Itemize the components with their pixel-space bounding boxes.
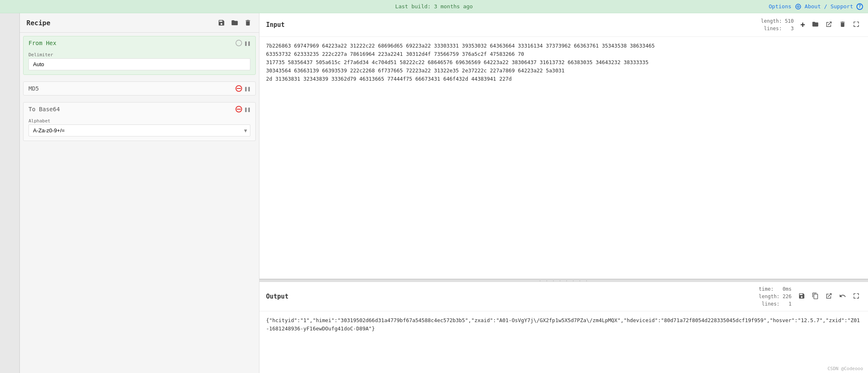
recipe-header-icons [217, 18, 252, 27]
to-base64-title: To Base64 [29, 106, 60, 112]
about-support-label[interactable]: About / Support [805, 3, 853, 10]
md5-operation: MD5 ❚❚ [23, 81, 256, 96]
recipe-panel: Recipe [20, 13, 259, 373]
from-hex-title: From Hex [29, 40, 56, 46]
alphabet-select-wrapper: A-Za-z0-9+/= ▼ [29, 124, 250, 136]
recipe-title: Recipe [26, 19, 50, 27]
output-save-button[interactable] [797, 292, 807, 302]
recipe-header: Recipe [20, 13, 259, 33]
top-bar: Last build: 3 months ago Options About /… [0, 0, 868, 13]
to-base64-fields: Alphabet A-Za-z0-9+/= ▼ [24, 116, 255, 141]
input-popout-button[interactable] [824, 20, 834, 30]
md5-header: MD5 ❚❚ [24, 82, 255, 95]
from-hex-fields: Delimiter [24, 50, 255, 74]
md5-controls: ❚❚ [235, 85, 250, 92]
top-bar-right: Options About / Support ? [769, 3, 863, 10]
to-base64-header: To Base64 ❚❚ [24, 103, 255, 116]
gear-icon[interactable] [795, 3, 801, 10]
build-status: Last build: 3 months ago [395, 3, 473, 10]
input-open-button[interactable] [810, 20, 820, 30]
output-undo-button[interactable] [837, 292, 848, 302]
md5-pause-icon[interactable]: ❚❚ [245, 86, 250, 91]
input-meta: length: 510lines: 3 + [761, 17, 861, 32]
input-header: Input length: 510lines: 3 + [259, 13, 868, 37]
credit-text: CSDN @Codeooo [259, 364, 868, 373]
output-header: Output time: 0mslength: 226lines: 1 [259, 282, 868, 311]
svg-point-1 [797, 5, 799, 7]
input-title: Input [266, 21, 285, 29]
output-content: {"hcityid":"1","himei":"30319502d66d31a4… [259, 311, 868, 364]
input-header-icons: + [799, 19, 861, 31]
left-sidebar-strip [0, 13, 20, 373]
to-base64-operation: To Base64 ❚❚ Alphabet A-Za-z0-9+/= ▼ [23, 102, 256, 141]
output-popout-button[interactable] [824, 292, 834, 302]
alphabet-label: Alphabet [29, 118, 250, 124]
output-copy-button[interactable] [810, 292, 820, 302]
output-header-icons [797, 292, 861, 302]
to-base64-pause-icon[interactable]: ❚❚ [245, 106, 250, 112]
from-hex-operation: From Hex ❚❚ Delimiter [23, 36, 256, 75]
from-hex-controls: ❚❚ [235, 40, 250, 46]
from-hex-pause-icon[interactable]: ❚❚ [245, 40, 250, 46]
save-recipe-button[interactable] [217, 18, 226, 27]
right-panel: Input length: 510lines: 3 + [259, 13, 868, 373]
delimiter-input[interactable] [29, 58, 250, 70]
from-hex-disable-icon[interactable] [235, 40, 242, 46]
output-maximize-button[interactable] [851, 292, 861, 302]
output-meta-info: time: 0mslength: 226lines: 1 [759, 285, 792, 308]
input-content[interactable]: 7b226863 69747969 64223a22 31222c22 6869… [259, 37, 868, 279]
input-section: Input length: 510lines: 3 + [259, 13, 868, 280]
main-container: Recipe [0, 13, 868, 373]
from-hex-header: From Hex ❚❚ [24, 36, 255, 50]
delete-recipe-button[interactable] [243, 18, 252, 27]
md5-title: MD5 [29, 85, 39, 92]
input-meta-info: length: 510lines: 3 [761, 17, 794, 32]
svg-point-2 [236, 40, 242, 46]
to-base64-controls: ❚❚ [235, 106, 250, 112]
output-title: Output [266, 293, 288, 300]
question-icon[interactable]: ? [856, 3, 863, 10]
input-maximize-button[interactable] [851, 20, 861, 30]
output-meta: time: 0mslength: 226lines: 1 [759, 285, 861, 308]
md5-disable-icon[interactable] [235, 85, 242, 92]
open-recipe-button[interactable] [230, 18, 239, 27]
alphabet-select[interactable]: A-Za-z0-9+/= [29, 124, 250, 136]
delimiter-label: Delimiter [29, 52, 250, 57]
input-clear-button[interactable] [837, 20, 848, 30]
to-base64-disable-icon[interactable] [235, 106, 242, 112]
input-add-button[interactable]: + [799, 19, 807, 31]
options-label[interactable]: Options [769, 3, 792, 10]
output-section: Output time: 0mslength: 226lines: 1 [259, 282, 868, 373]
